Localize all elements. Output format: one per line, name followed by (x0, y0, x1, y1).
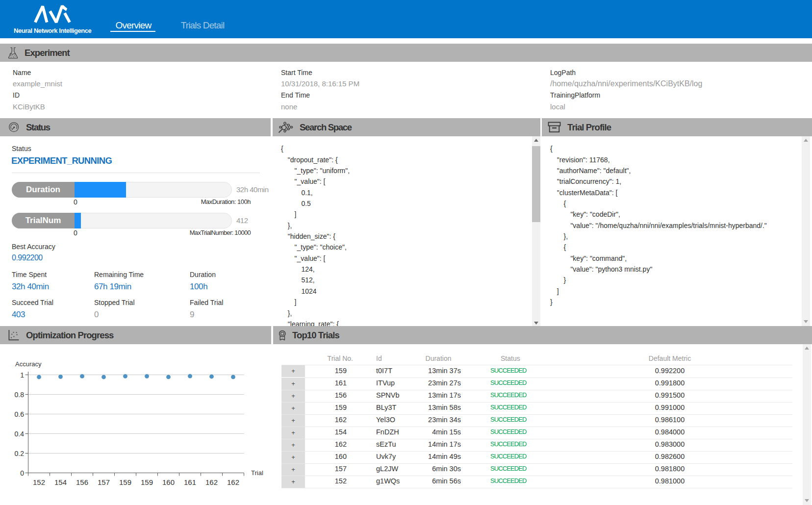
svg-text:0.4: 0.4 (15, 430, 25, 438)
svg-text:160: 160 (162, 478, 175, 486)
svg-text:0: 0 (20, 469, 24, 477)
svg-text:0.8: 0.8 (15, 391, 25, 399)
svg-text:162: 162 (227, 478, 239, 486)
svg-text:1: 1 (20, 371, 24, 379)
svg-text:159: 159 (141, 478, 153, 486)
svg-text:Accuracy: Accuracy (15, 360, 42, 368)
svg-text:Trial: Trial (251, 469, 263, 477)
svg-text:0.2: 0.2 (15, 450, 25, 457)
svg-text:156: 156 (76, 478, 88, 486)
svg-text:152: 152 (33, 478, 45, 486)
svg-text:0.6: 0.6 (15, 410, 25, 418)
svg-text:161: 161 (184, 478, 196, 486)
svg-text:162: 162 (205, 478, 218, 486)
svg-text:157: 157 (98, 478, 110, 486)
svg-text:154: 154 (54, 478, 67, 486)
svg-text:159: 159 (119, 478, 131, 486)
